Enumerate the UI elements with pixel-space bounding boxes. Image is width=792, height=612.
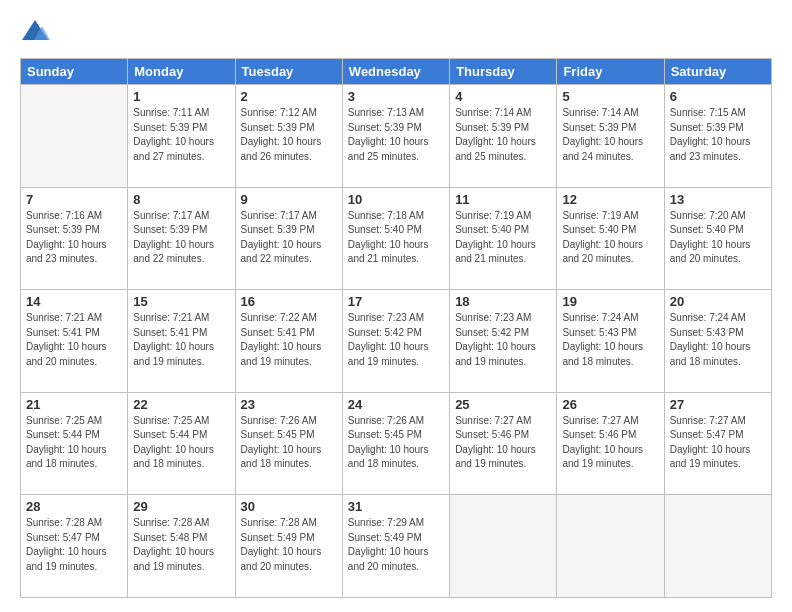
calendar-cell: [21, 85, 128, 188]
day-info: Sunrise: 7:24 AM Sunset: 5:43 PM Dayligh…: [670, 311, 766, 369]
day-number: 24: [348, 397, 444, 412]
day-info: Sunrise: 7:21 AM Sunset: 5:41 PM Dayligh…: [26, 311, 122, 369]
day-info: Sunrise: 7:20 AM Sunset: 5:40 PM Dayligh…: [670, 209, 766, 267]
calendar-cell: 28Sunrise: 7:28 AM Sunset: 5:47 PM Dayli…: [21, 495, 128, 598]
calendar-week-row: 1Sunrise: 7:11 AM Sunset: 5:39 PM Daylig…: [21, 85, 772, 188]
day-info: Sunrise: 7:17 AM Sunset: 5:39 PM Dayligh…: [241, 209, 337, 267]
day-number: 7: [26, 192, 122, 207]
calendar-cell: 14Sunrise: 7:21 AM Sunset: 5:41 PM Dayli…: [21, 290, 128, 393]
calendar-week-row: 21Sunrise: 7:25 AM Sunset: 5:44 PM Dayli…: [21, 392, 772, 495]
calendar-cell: 20Sunrise: 7:24 AM Sunset: 5:43 PM Dayli…: [664, 290, 771, 393]
day-number: 19: [562, 294, 658, 309]
day-info: Sunrise: 7:27 AM Sunset: 5:46 PM Dayligh…: [562, 414, 658, 472]
day-info: Sunrise: 7:15 AM Sunset: 5:39 PM Dayligh…: [670, 106, 766, 164]
calendar-cell: 27Sunrise: 7:27 AM Sunset: 5:47 PM Dayli…: [664, 392, 771, 495]
day-number: 30: [241, 499, 337, 514]
day-number: 22: [133, 397, 229, 412]
calendar-cell: 6Sunrise: 7:15 AM Sunset: 5:39 PM Daylig…: [664, 85, 771, 188]
day-info: Sunrise: 7:23 AM Sunset: 5:42 PM Dayligh…: [348, 311, 444, 369]
calendar-cell: 16Sunrise: 7:22 AM Sunset: 5:41 PM Dayli…: [235, 290, 342, 393]
logo: [20, 18, 56, 46]
day-number: 29: [133, 499, 229, 514]
calendar-cell: 22Sunrise: 7:25 AM Sunset: 5:44 PM Dayli…: [128, 392, 235, 495]
calendar-cell: 30Sunrise: 7:28 AM Sunset: 5:49 PM Dayli…: [235, 495, 342, 598]
calendar-cell: 31Sunrise: 7:29 AM Sunset: 5:49 PM Dayli…: [342, 495, 449, 598]
weekday-header-wednesday: Wednesday: [342, 59, 449, 85]
day-number: 27: [670, 397, 766, 412]
day-info: Sunrise: 7:22 AM Sunset: 5:41 PM Dayligh…: [241, 311, 337, 369]
calendar-cell: 23Sunrise: 7:26 AM Sunset: 5:45 PM Dayli…: [235, 392, 342, 495]
calendar-cell: 13Sunrise: 7:20 AM Sunset: 5:40 PM Dayli…: [664, 187, 771, 290]
day-number: 31: [348, 499, 444, 514]
calendar-cell: [450, 495, 557, 598]
day-number: 12: [562, 192, 658, 207]
calendar-cell: 11Sunrise: 7:19 AM Sunset: 5:40 PM Dayli…: [450, 187, 557, 290]
weekday-header-tuesday: Tuesday: [235, 59, 342, 85]
day-info: Sunrise: 7:17 AM Sunset: 5:39 PM Dayligh…: [133, 209, 229, 267]
weekday-header-monday: Monday: [128, 59, 235, 85]
day-number: 20: [670, 294, 766, 309]
day-info: Sunrise: 7:26 AM Sunset: 5:45 PM Dayligh…: [241, 414, 337, 472]
calendar-cell: 18Sunrise: 7:23 AM Sunset: 5:42 PM Dayli…: [450, 290, 557, 393]
day-info: Sunrise: 7:14 AM Sunset: 5:39 PM Dayligh…: [562, 106, 658, 164]
day-info: Sunrise: 7:16 AM Sunset: 5:39 PM Dayligh…: [26, 209, 122, 267]
day-number: 6: [670, 89, 766, 104]
calendar-cell: 24Sunrise: 7:26 AM Sunset: 5:45 PM Dayli…: [342, 392, 449, 495]
calendar-cell: 21Sunrise: 7:25 AM Sunset: 5:44 PM Dayli…: [21, 392, 128, 495]
day-number: 8: [133, 192, 229, 207]
day-number: 15: [133, 294, 229, 309]
weekday-header-saturday: Saturday: [664, 59, 771, 85]
calendar-cell: 19Sunrise: 7:24 AM Sunset: 5:43 PM Dayli…: [557, 290, 664, 393]
day-number: 26: [562, 397, 658, 412]
day-info: Sunrise: 7:19 AM Sunset: 5:40 PM Dayligh…: [562, 209, 658, 267]
calendar-cell: 29Sunrise: 7:28 AM Sunset: 5:48 PM Dayli…: [128, 495, 235, 598]
day-info: Sunrise: 7:27 AM Sunset: 5:47 PM Dayligh…: [670, 414, 766, 472]
day-number: 10: [348, 192, 444, 207]
day-info: Sunrise: 7:24 AM Sunset: 5:43 PM Dayligh…: [562, 311, 658, 369]
day-info: Sunrise: 7:28 AM Sunset: 5:47 PM Dayligh…: [26, 516, 122, 574]
day-info: Sunrise: 7:19 AM Sunset: 5:40 PM Dayligh…: [455, 209, 551, 267]
calendar-cell: 25Sunrise: 7:27 AM Sunset: 5:46 PM Dayli…: [450, 392, 557, 495]
day-number: 23: [241, 397, 337, 412]
day-number: 9: [241, 192, 337, 207]
page-header: [20, 18, 772, 46]
day-info: Sunrise: 7:27 AM Sunset: 5:46 PM Dayligh…: [455, 414, 551, 472]
calendar-cell: 12Sunrise: 7:19 AM Sunset: 5:40 PM Dayli…: [557, 187, 664, 290]
day-number: 28: [26, 499, 122, 514]
calendar-cell: 8Sunrise: 7:17 AM Sunset: 5:39 PM Daylig…: [128, 187, 235, 290]
day-number: 5: [562, 89, 658, 104]
day-number: 18: [455, 294, 551, 309]
day-number: 11: [455, 192, 551, 207]
calendar-cell: 5Sunrise: 7:14 AM Sunset: 5:39 PM Daylig…: [557, 85, 664, 188]
calendar-cell: 2Sunrise: 7:12 AM Sunset: 5:39 PM Daylig…: [235, 85, 342, 188]
day-number: 14: [26, 294, 122, 309]
day-info: Sunrise: 7:25 AM Sunset: 5:44 PM Dayligh…: [133, 414, 229, 472]
logo-icon: [20, 18, 50, 46]
day-number: 1: [133, 89, 229, 104]
day-number: 3: [348, 89, 444, 104]
calendar-cell: [664, 495, 771, 598]
day-info: Sunrise: 7:13 AM Sunset: 5:39 PM Dayligh…: [348, 106, 444, 164]
calendar-week-row: 7Sunrise: 7:16 AM Sunset: 5:39 PM Daylig…: [21, 187, 772, 290]
day-info: Sunrise: 7:11 AM Sunset: 5:39 PM Dayligh…: [133, 106, 229, 164]
day-number: 4: [455, 89, 551, 104]
day-number: 17: [348, 294, 444, 309]
day-info: Sunrise: 7:26 AM Sunset: 5:45 PM Dayligh…: [348, 414, 444, 472]
weekday-header-sunday: Sunday: [21, 59, 128, 85]
calendar-cell: 4Sunrise: 7:14 AM Sunset: 5:39 PM Daylig…: [450, 85, 557, 188]
day-number: 21: [26, 397, 122, 412]
calendar-cell: 10Sunrise: 7:18 AM Sunset: 5:40 PM Dayli…: [342, 187, 449, 290]
day-info: Sunrise: 7:21 AM Sunset: 5:41 PM Dayligh…: [133, 311, 229, 369]
calendar-cell: 7Sunrise: 7:16 AM Sunset: 5:39 PM Daylig…: [21, 187, 128, 290]
calendar-week-row: 14Sunrise: 7:21 AM Sunset: 5:41 PM Dayli…: [21, 290, 772, 393]
day-info: Sunrise: 7:25 AM Sunset: 5:44 PM Dayligh…: [26, 414, 122, 472]
calendar-cell: 1Sunrise: 7:11 AM Sunset: 5:39 PM Daylig…: [128, 85, 235, 188]
calendar-cell: 9Sunrise: 7:17 AM Sunset: 5:39 PM Daylig…: [235, 187, 342, 290]
calendar-table: SundayMondayTuesdayWednesdayThursdayFrid…: [20, 58, 772, 598]
calendar-cell: 26Sunrise: 7:27 AM Sunset: 5:46 PM Dayli…: [557, 392, 664, 495]
calendar-page: SundayMondayTuesdayWednesdayThursdayFrid…: [0, 0, 792, 612]
calendar-header-row: SundayMondayTuesdayWednesdayThursdayFrid…: [21, 59, 772, 85]
day-number: 13: [670, 192, 766, 207]
weekday-header-friday: Friday: [557, 59, 664, 85]
day-info: Sunrise: 7:14 AM Sunset: 5:39 PM Dayligh…: [455, 106, 551, 164]
